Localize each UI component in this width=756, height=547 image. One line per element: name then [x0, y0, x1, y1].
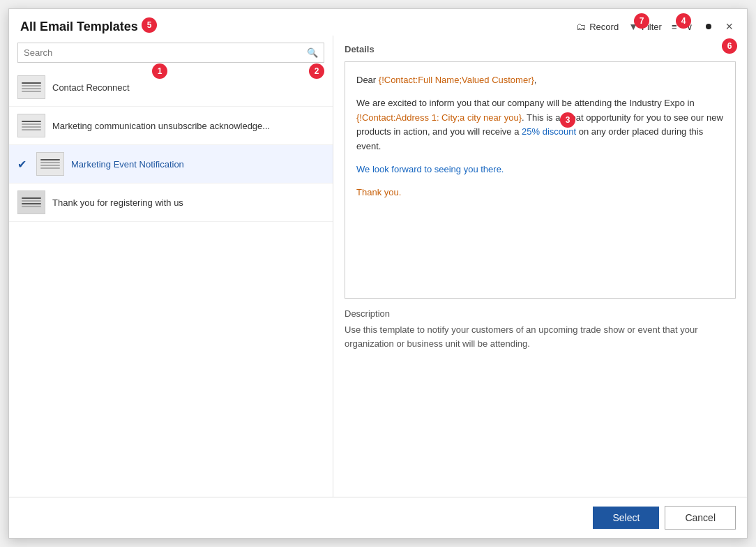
menu-button[interactable]: ≡	[672, 22, 677, 32]
filter-label: Filter	[642, 22, 662, 32]
template-thumbnail	[17, 75, 45, 99]
template-item-selected[interactable]: ✔ Marketing Event Notification	[9, 145, 333, 183]
search-icon[interactable]: 🔍	[301, 43, 324, 62]
title-chevron-icon[interactable]: ∨	[145, 21, 152, 32]
email-templates-dialog: All Email Templates ∨ 5 🗂 Record ▼ Filte…	[8, 8, 748, 539]
preview-field-name: {!Contact:Full Name;Valued Customer}	[379, 75, 534, 85]
template-name: Marketing Event Notification	[71, 159, 184, 170]
preview-box[interactable]: Dear {!Contact:Full Name;Valued Customer…	[345, 61, 736, 299]
selected-check-icon: ✔	[17, 158, 27, 171]
template-thumbnail	[17, 190, 45, 214]
preview-lookahead: We look forward to seeing you there.	[356, 164, 504, 174]
header-left: All Email Templates ∨ 5	[20, 20, 152, 34]
template-list: Contact Reconnect Marketing communicatio…	[9, 68, 333, 497]
dialog-title: All Email Templates	[20, 20, 138, 34]
details-label: Details	[345, 44, 736, 54]
filter-button[interactable]: ▼ Filter	[628, 21, 662, 32]
preview-thankyou: Thank you.	[356, 187, 401, 197]
preview-body-1: We are excited to inform you that our co…	[356, 98, 695, 108]
record-folder-icon: 🗂	[576, 21, 586, 32]
description-label: Description	[345, 308, 736, 319]
preview-greeting: Dear	[356, 75, 379, 85]
template-name: Contact Reconnect	[52, 82, 130, 93]
select-button[interactable]: Select	[593, 507, 659, 529]
preview-discount: 25% discount	[522, 126, 576, 137]
template-item[interactable]: Thank you for registering with us	[9, 183, 333, 222]
template-name: Marketing communication unsubscribe ackn…	[52, 121, 270, 131]
template-thumbnail	[17, 114, 45, 137]
toolbar: 🗂 Record ▼ Filter ≡ ∨	[576, 21, 711, 32]
left-panel: 🔍 1 2 Contact Reco	[9, 36, 333, 497]
dialog-header: All Email Templates ∨ 5 🗂 Record ▼ Filte…	[9, 9, 747, 36]
filter-icon: ▼	[628, 21, 638, 32]
search-bar: 🔍 1	[17, 43, 324, 63]
close-button[interactable]: ×	[723, 17, 736, 36]
content-area: 🔍 1 2 Contact Reco	[9, 36, 747, 497]
preview-field-city: {!Contact:Address 1: City;a city near yo…	[356, 112, 522, 123]
expand-icon: ∨	[686, 22, 693, 32]
cancel-button[interactable]: Cancel	[665, 506, 736, 530]
dialog-footer: Select Cancel	[9, 497, 747, 538]
preview-comma: ,	[534, 75, 537, 85]
template-item[interactable]: Marketing communication unsubscribe ackn…	[9, 107, 333, 145]
header-right: 🗂 Record ▼ Filter ≡ ∨ 7 4 6	[576, 17, 736, 36]
expand-button[interactable]: ∨	[686, 22, 693, 32]
search-input[interactable]	[18, 43, 301, 62]
description-text: Use this template to notify your custome…	[345, 323, 736, 350]
right-panel: Details 3 Dear {!Contact:Full Name;Value…	[333, 36, 747, 497]
template-item[interactable]: Contact Reconnect	[9, 68, 333, 107]
record-button[interactable]: 🗂 Record	[576, 21, 619, 32]
template-thumbnail	[36, 152, 64, 176]
menu-lines-icon: ≡	[672, 22, 677, 32]
template-name: Thank you for registering with us	[52, 197, 183, 208]
dot-indicator	[706, 24, 711, 29]
record-label: Record	[589, 22, 619, 32]
